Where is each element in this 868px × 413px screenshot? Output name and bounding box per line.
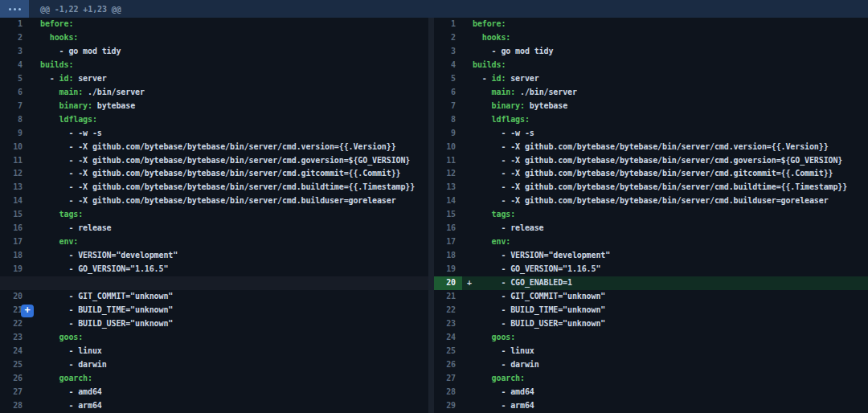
diff-marker-cell (462, 72, 473, 86)
line-number[interactable]: 23 (434, 317, 462, 331)
diff-marker-cell (28, 222, 40, 235)
line-number[interactable]: 14 (0, 194, 28, 208)
diff-marker-cell (462, 31, 473, 45)
line-number[interactable]: 1 (0, 18, 28, 31)
diff-filler-row (0, 276, 428, 290)
code-line: - BUILD_USER="unknown" (473, 317, 868, 331)
diff-row: 23 - BUILD_USER="unknown" (434, 317, 868, 331)
line-number[interactable]: 24 (434, 331, 462, 345)
code-line: goarch: (40, 372, 428, 386)
yaml-key-token: builds: (473, 60, 506, 69)
line-number[interactable]: 27 (0, 386, 28, 399)
line-number[interactable]: 2 (434, 31, 462, 45)
diff-panes: 1before:2 hooks:3 - go mod tidy4builds:5… (0, 18, 868, 413)
line-number[interactable]: 12 (434, 167, 462, 181)
line-number[interactable]: 9 (434, 127, 462, 141)
line-number[interactable]: 28 (0, 399, 28, 413)
line-number[interactable]: 18 (434, 249, 462, 263)
diff-row: 26 goarch: (0, 372, 428, 386)
line-number[interactable]: 28 (434, 386, 462, 399)
line-number[interactable]: 22 (0, 317, 28, 331)
line-number[interactable]: 14 (434, 194, 462, 208)
line-number[interactable]: 25 (434, 345, 462, 358)
code-line: ldflags: (473, 113, 868, 127)
code-line: env: (40, 235, 428, 249)
code-token: - amd64 (473, 387, 534, 396)
line-number[interactable]: 18 (0, 249, 28, 263)
line-number[interactable]: 19 (0, 263, 28, 276)
line-number[interactable]: 8 (434, 113, 462, 127)
code-line: ldflags: (40, 113, 428, 127)
diff-row: 2 hooks: (0, 31, 428, 45)
code-token: - -X github.com/bytebase/bytebase/bin/se… (473, 169, 833, 178)
diff-marker-cell (462, 141, 473, 154)
diff-row: 28 - arm64 (0, 399, 428, 413)
line-number[interactable]: 15 (434, 208, 462, 222)
line-number[interactable]: 23 (0, 331, 28, 345)
line-number[interactable]: 1 (434, 18, 462, 31)
line-number[interactable]: 26 (434, 358, 462, 372)
line-number[interactable]: 10 (0, 141, 28, 154)
line-number[interactable]: 27 (434, 372, 462, 386)
diff-marker-cell (28, 18, 40, 31)
diff-marker-cell (462, 194, 473, 208)
line-number[interactable]: 10 (434, 141, 462, 154)
line-number[interactable]: 8 (0, 113, 28, 127)
yaml-key-token: builds: (40, 60, 73, 69)
diff-row: 28 - amd64 (434, 386, 868, 399)
line-number[interactable]: 13 (434, 181, 462, 194)
diff-row: 11 - -X github.com/bytebase/bytebase/bin… (434, 154, 868, 168)
line-number[interactable]: 25 (0, 358, 28, 372)
line-number[interactable]: 16 (434, 222, 462, 235)
line-number[interactable]: 3 (0, 45, 28, 59)
line-number[interactable]: 2 (0, 31, 28, 45)
line-number[interactable]: 29 (434, 399, 462, 413)
line-number[interactable]: 17 (0, 235, 28, 249)
line-number[interactable]: 20 (434, 276, 462, 290)
line-number[interactable]: 16 (0, 222, 28, 235)
line-number[interactable]: 24 (0, 345, 28, 358)
yaml-key-token: main: (59, 88, 84, 96)
line-number[interactable]: 11 (0, 154, 28, 168)
line-number[interactable]: 21 (434, 290, 462, 304)
diff-right-pane: 1before:2 hooks:3 - go mod tidy4builds:5… (434, 18, 868, 413)
diff-row: 14 - -X github.com/bytebase/bytebase/bin… (0, 194, 428, 208)
line-number[interactable]: 12 (0, 167, 28, 181)
code-line: main: ./bin/server (473, 86, 868, 100)
diff-marker-cell (28, 31, 40, 45)
diff-marker-cell (28, 290, 40, 304)
line-number[interactable]: 4 (0, 59, 28, 72)
line-number[interactable]: 6 (434, 86, 462, 100)
code-token: ./bin/server (83, 88, 145, 96)
code-line: - VERSION="development" (473, 249, 868, 263)
code-token: bytebase (92, 101, 135, 110)
diff-marker-cell (462, 317, 473, 331)
line-number[interactable]: 7 (434, 100, 462, 113)
code-token (473, 210, 492, 219)
code-token: - GIT_COMMIT="unknown" (473, 292, 605, 301)
line-number[interactable]: 20 (0, 290, 28, 304)
expand-hunk-button[interactable] (0, 0, 29, 18)
line-number[interactable]: 9 (0, 127, 28, 141)
add-comment-button[interactable]: + (21, 305, 34, 317)
line-number[interactable]: 11 (434, 154, 462, 168)
line-number[interactable]: 22 (434, 304, 462, 317)
line-number[interactable]: 4 (434, 59, 462, 72)
line-number[interactable]: 19 (434, 263, 462, 276)
diff-marker-cell (462, 399, 473, 413)
line-number[interactable]: 5 (434, 72, 462, 86)
diff-row: 15 tags: (434, 208, 868, 222)
line-number[interactable]: 15 (0, 208, 28, 222)
line-number[interactable]: 5 (0, 72, 28, 86)
line-number[interactable]: 3 (434, 45, 462, 59)
yaml-key-token: goarch: (59, 374, 92, 382)
code-line: - -X github.com/bytebase/bytebase/bin/se… (40, 154, 428, 168)
code-token (473, 88, 492, 96)
code-line: - GIT_COMMIT="unknown" (473, 290, 868, 304)
line-number[interactable]: 17 (434, 235, 462, 249)
line-number[interactable]: 13 (0, 181, 28, 194)
line-number[interactable]: 7 (0, 100, 28, 113)
line-number[interactable]: 26 (0, 372, 28, 386)
code-token: - linux (473, 346, 534, 355)
line-number[interactable]: 6 (0, 86, 28, 100)
